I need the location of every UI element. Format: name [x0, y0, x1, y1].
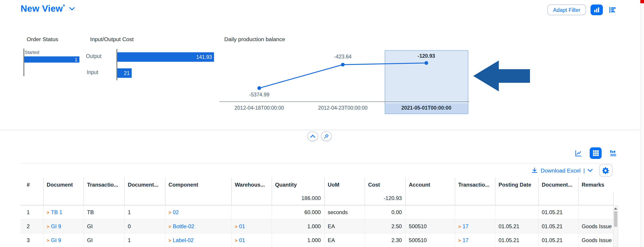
col-header-document-no[interactable]: Document... [124, 177, 165, 191]
x-axis-label-selected: 2021-05-01T00:00:00 [402, 105, 452, 111]
total-quantity: 186.000 [272, 191, 324, 205]
cell-posting-date [495, 205, 538, 219]
download-split-separator: | [584, 167, 585, 174]
compact-filter-toggle-button[interactable] [608, 5, 618, 15]
col-header-remarks[interactable]: Remarks [578, 177, 613, 191]
col-header-warehouse[interactable]: Warehous... [231, 177, 272, 191]
cell-transaction-type: TB [84, 205, 124, 219]
chart-table-view-button[interactable] [607, 147, 619, 159]
transaction-link[interactable]: 17 [462, 237, 468, 243]
cell-uom: seconds [324, 205, 364, 219]
cell-cost: 0.00 [365, 205, 406, 219]
col-header-uom[interactable]: UoM [324, 177, 364, 191]
scroll-up-arrow-icon[interactable] [614, 208, 618, 210]
data-point-1[interactable] [258, 86, 261, 90]
col-header-cost[interactable]: Cost [365, 177, 406, 191]
transaction-link[interactable]: 17 [462, 223, 468, 229]
cell-row-number: 3 [20, 233, 43, 247]
line-items-table-card: Download Excel | # Document Transactio..… [20, 163, 613, 247]
cell-component: Bottle-02 [165, 219, 231, 233]
adapt-filter-button[interactable]: Adapt Filter [548, 5, 586, 15]
col-header-document[interactable]: Document [43, 177, 84, 191]
cell-warehouse: 01 [231, 233, 272, 247]
cell-document-date: 01.05.21 [538, 205, 578, 219]
cell-document-date: 01.05.21 [538, 219, 578, 233]
point-value-label: -423.64 [334, 54, 352, 60]
table-scrollbar-thumb[interactable] [614, 211, 618, 227]
table-toolbar: Download Excel | [20, 164, 613, 178]
table-row[interactable]: 2 GI 9 GI 0 Bottle-02 01 1.000 EA 2.50 5… [20, 219, 613, 233]
cell-transaction-type: GI [84, 233, 124, 247]
link-chevron-icon [47, 223, 51, 229]
document-link[interactable]: GI 9 [51, 223, 61, 229]
table-totals-row: 186.000 -120.93 [20, 191, 613, 205]
col-header-transaction-type[interactable]: Transactio... [84, 177, 124, 191]
order-status-bar-started[interactable]: 1 [24, 56, 80, 63]
table-row[interactable]: 1 TB 1 TB 1 02 60.000 seconds 0.00 01.05… [20, 205, 613, 219]
view-select-chevron-icon[interactable] [69, 7, 75, 11]
point-value-label-selected: -120.93 [418, 53, 435, 59]
table-scrollbar[interactable] [613, 205, 618, 247]
cell-document: GI 9 [43, 219, 84, 233]
line-items-table: # Document Transactio... Document... Com… [20, 177, 613, 247]
order-status-axis [24, 49, 24, 76]
warehouse-link[interactable]: 01 [239, 237, 245, 243]
daily-balance-line-chart[interactable] [219, 35, 474, 115]
grid-icon [592, 150, 599, 156]
order-status-bar-value: 1 [75, 57, 80, 62]
cell-quantity: 1.000 [272, 233, 324, 247]
cell-quantity: 60.000 [272, 205, 324, 219]
table-settings-button[interactable] [599, 164, 612, 176]
warehouse-link[interactable]: 01 [239, 223, 245, 229]
col-header-quantity[interactable]: Quantity [272, 177, 324, 191]
view-title-group[interactable]: New View* [20, 3, 75, 14]
component-link[interactable]: Bottle-02 [173, 223, 194, 229]
header-collapse-controls [308, 131, 332, 141]
cell-row-number: 2 [20, 219, 43, 233]
component-link[interactable]: Label-02 [173, 237, 194, 243]
cell-cost: 2.30 [365, 233, 406, 247]
cell-transaction-seq: 17 [455, 233, 495, 247]
cell-transaction-type: GI [84, 219, 124, 233]
document-link[interactable]: TB 1 [51, 209, 62, 215]
col-header-document-date[interactable]: Document... [538, 177, 578, 191]
table-row[interactable]: 3 GI 9 GI 1 Label-02 01 1.000 EA 2.30 50… [20, 233, 613, 247]
point-value-label: -5374.99 [249, 92, 270, 98]
cell-document-no: 1 [124, 233, 165, 247]
pin-header-button[interactable] [321, 131, 332, 141]
link-chevron-icon [235, 237, 239, 243]
page-scrollbar[interactable] [640, 0, 644, 247]
cell-remarks: Goods Issue [578, 233, 613, 247]
component-link[interactable]: 02 [173, 209, 179, 215]
download-icon[interactable] [531, 167, 538, 174]
cell-posting-date: 01.05.21 [495, 219, 538, 233]
io-cost-bar-input[interactable]: 21 [117, 68, 132, 78]
collapse-header-button[interactable] [308, 131, 318, 141]
order-status-title: Order Status [27, 36, 58, 43]
header-actions: Adapt Filter [548, 5, 618, 15]
cell-document-no: 0 [124, 219, 165, 233]
cell-uom: EA [324, 219, 364, 233]
cell-remarks [578, 205, 613, 219]
download-menu-chevron-icon[interactable] [588, 169, 592, 172]
download-excel-button[interactable]: Download Excel [541, 167, 580, 174]
chart-only-view-button[interactable] [572, 147, 584, 159]
cell-transaction-seq: 17 [455, 219, 495, 233]
total-cost: -120.93 [365, 191, 406, 205]
table-only-view-button[interactable] [590, 147, 602, 159]
col-header-row-number[interactable]: # [20, 177, 43, 191]
cell-cost: 2.50 [365, 219, 406, 233]
col-header-transaction-seq[interactable]: Transactio... [455, 177, 495, 191]
chart-view-toggle-button[interactable] [591, 5, 603, 15]
col-header-account[interactable]: Account [406, 177, 455, 191]
pin-icon [323, 133, 329, 139]
page-title: New View* [20, 3, 65, 14]
data-point-3[interactable] [424, 61, 428, 65]
io-cost-bar-output[interactable]: 141.93 [117, 52, 214, 62]
cell-account: 500510 [406, 233, 455, 247]
x-axis-label: 2012-04-23T00:00:00 [318, 105, 368, 111]
col-header-component[interactable]: Component [165, 177, 231, 191]
document-link[interactable]: GI 9 [51, 237, 61, 243]
col-header-posting-date[interactable]: Posting Date [495, 177, 538, 191]
data-point-2[interactable] [341, 63, 345, 67]
